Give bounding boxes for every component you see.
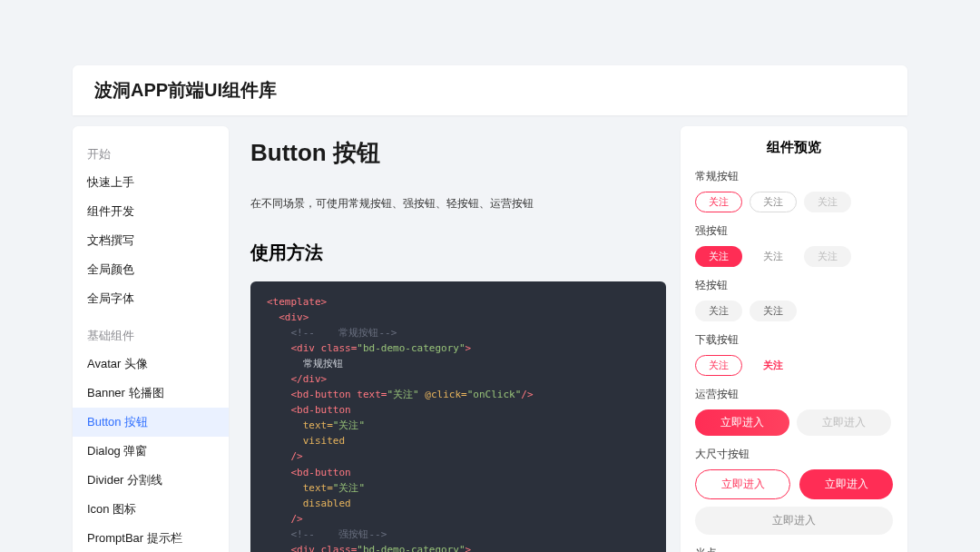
big-button-solid[interactable]: 立即进入 [799, 469, 893, 499]
op-button-disabled: 立即进入 [797, 409, 891, 436]
preview-title: 组件预览 [695, 139, 893, 156]
preview-cat-light: 轻按钮 [695, 278, 893, 293]
usage-heading: 使用方法 [250, 241, 666, 265]
sidebar-item-global-color[interactable]: 全局颜色 [73, 255, 229, 284]
op-button[interactable]: 立即进入 [695, 409, 789, 436]
preview-cat-big: 大尺寸按钮 [695, 447, 893, 462]
download-button[interactable]: 关注 [695, 355, 742, 376]
sidebar-item-avatar[interactable]: Avatar 头像 [73, 350, 229, 379]
light-button[interactable]: 关注 [695, 301, 742, 321]
light-button-2[interactable]: 关注 [750, 301, 797, 321]
normal-button-disabled: 关注 [804, 192, 851, 212]
sidebar-item-icon[interactable]: Icon 图标 [73, 495, 229, 524]
sidebar-item-promptbar[interactable]: PromptBar 提示栏 [73, 524, 229, 552]
sidebar: 开始 快速上手 组件开发 文档撰写 全局颜色 全局字体 基础组件 Avatar … [73, 126, 229, 552]
normal-button[interactable]: 关注 [695, 192, 742, 212]
page-description: 在不同场景，可使用常规按钮、强按钮、轻按钮、运营按钮 [250, 196, 666, 212]
sidebar-item-quickstart[interactable]: 快速上手 [73, 168, 229, 197]
sidebar-item-button[interactable]: Button 按钮 [73, 408, 229, 437]
preview-cat-download: 下载按钮 [695, 332, 893, 348]
sidebar-group-start: 开始 [73, 137, 229, 168]
sidebar-item-global-font[interactable]: 全局字体 [73, 284, 229, 313]
site-title: 波洞APP前端UI组件库 [94, 78, 886, 103]
strong-button-disabled: 关注 [804, 246, 851, 267]
sidebar-item-dialog[interactable]: Dialog 弹窗 [73, 437, 229, 466]
big-button-outline[interactable]: 立即进入 [695, 469, 790, 499]
code-block: <template> <div> <!-- 常规按钮--> <div class… [250, 281, 666, 552]
page-title: Button 按钮 [250, 137, 666, 169]
big-button-full[interactable]: 立即进入 [695, 507, 893, 535]
strong-button-visited[interactable]: 关注 [750, 246, 797, 267]
preview-cat-dot: 光点 [695, 546, 893, 552]
strong-button[interactable]: 关注 [695, 246, 742, 267]
download-button-2[interactable]: 关注 [750, 355, 797, 376]
preview-cat-op: 运营按钮 [695, 387, 893, 402]
doc-panel: Button 按钮 在不同场景，可使用常规按钮、强按钮、轻按钮、运营按钮 使用方… [240, 126, 670, 552]
sidebar-item-component-dev[interactable]: 组件开发 [73, 197, 229, 226]
preview-cat-strong: 强按钮 [695, 223, 893, 239]
sidebar-group-components: 基础组件 [73, 319, 229, 350]
preview-cat-normal: 常规按钮 [695, 169, 893, 184]
preview-panel: 组件预览 常规按钮 关注 关注 关注 强按钮 关注 关注 关注 轻按钮 关注 关… [681, 126, 907, 552]
normal-button-visited[interactable]: 关注 [750, 192, 797, 212]
sidebar-item-doc-writing[interactable]: 文档撰写 [73, 226, 229, 255]
sidebar-item-divider[interactable]: Divider 分割线 [73, 466, 229, 495]
header-bar: 波洞APP前端UI组件库 [73, 65, 907, 115]
sidebar-item-banner[interactable]: Banner 轮播图 [73, 379, 229, 408]
